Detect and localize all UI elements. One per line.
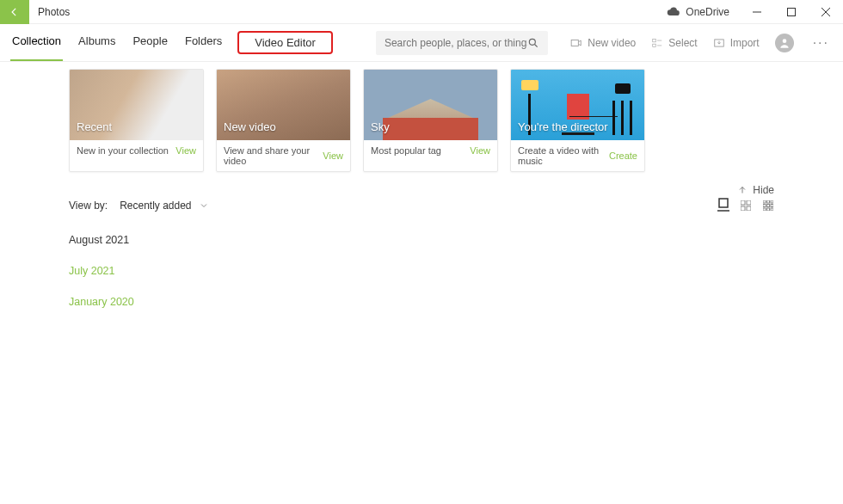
tab-folders[interactable]: Folders: [183, 31, 224, 54]
svg-rect-1: [788, 8, 796, 15]
svg-point-2: [529, 39, 535, 45]
svg-rect-4: [571, 40, 578, 46]
search-icon: [527, 37, 539, 49]
card-footer: New in your collection View: [70, 140, 203, 161]
card-image: Recent: [70, 70, 203, 140]
svg-rect-19: [763, 205, 766, 207]
nav-actions: New video Select Import ···: [570, 34, 833, 52]
chevron-down-icon: [199, 200, 209, 211]
tab-people[interactable]: People: [131, 31, 169, 54]
video-plus-icon: [570, 37, 582, 49]
svg-rect-15: [747, 206, 751, 211]
date-group[interactable]: January 2020: [69, 296, 774, 308]
card-recent[interactable]: Recent New in your collection View: [69, 69, 204, 172]
content-area: Recent New in your collection View New v…: [0, 62, 843, 308]
view-by-dropdown[interactable]: Recently added: [120, 200, 208, 212]
app-title: Photos: [38, 6, 70, 18]
view-by-control: View by: Recently added: [69, 200, 209, 212]
card-action-link[interactable]: View: [470, 145, 490, 156]
card-action-link[interactable]: View: [323, 151, 343, 161]
view-by-label: View by:: [69, 200, 108, 212]
card-action-link[interactable]: View: [175, 145, 196, 156]
more-button[interactable]: ···: [809, 35, 833, 51]
svg-rect-23: [767, 208, 770, 211]
svg-rect-16: [763, 200, 766, 203]
svg-rect-12: [741, 200, 745, 205]
svg-rect-18: [771, 200, 773, 203]
tab-collection[interactable]: Collection: [10, 31, 63, 54]
svg-point-10: [782, 39, 786, 43]
svg-rect-6: [653, 44, 656, 47]
minimize-button[interactable]: [740, 0, 774, 24]
user-avatar[interactable]: [775, 34, 794, 52]
card-subtitle: New in your collection: [77, 145, 169, 156]
date-group[interactable]: August 2021: [69, 234, 774, 246]
window-controls: [740, 0, 843, 24]
ellipsis-icon: ···: [813, 35, 829, 50]
hide-toggle[interactable]: Hide: [737, 184, 774, 196]
maximize-icon: [787, 8, 796, 16]
layout-grid3-button[interactable]: [762, 200, 774, 212]
close-button[interactable]: [809, 0, 843, 24]
grid-2x2-icon: [741, 200, 751, 211]
import-icon: [713, 37, 725, 49]
svg-rect-5: [653, 39, 656, 42]
card-image: Sky: [364, 70, 497, 140]
layout-toggle: [717, 200, 774, 212]
minimize-icon: [753, 8, 761, 16]
card-title: New video: [224, 120, 276, 133]
svg-rect-24: [771, 208, 773, 211]
svg-rect-13: [747, 200, 751, 205]
square-icon: [718, 198, 729, 208]
person-icon: [778, 37, 791, 49]
import-button[interactable]: Import: [713, 37, 760, 49]
card-title: You're the director: [518, 120, 608, 133]
arrow-left-icon: [9, 6, 21, 18]
new-video-button[interactable]: New video: [570, 37, 636, 49]
hide-label: Hide: [753, 184, 774, 196]
select-button[interactable]: Select: [651, 37, 697, 49]
card-sky[interactable]: Sky Most popular tag View: [363, 69, 498, 172]
card-action-link[interactable]: Create: [609, 151, 637, 161]
titlebar: Photos OneDrive: [0, 0, 843, 24]
card-title: Recent: [77, 120, 112, 133]
camera-tripod-icon: [608, 85, 637, 135]
new-video-label: New video: [588, 37, 636, 49]
svg-rect-14: [741, 206, 745, 211]
svg-rect-11: [719, 199, 728, 207]
date-group[interactable]: July 2021: [69, 265, 774, 277]
date-groups: August 2021 July 2021 January 2020: [69, 234, 774, 308]
view-by-selected: Recently added: [120, 200, 191, 212]
card-footer: Create a video with music Create: [511, 140, 644, 171]
search-box[interactable]: [376, 31, 548, 55]
card-subtitle: Most popular tag: [371, 145, 441, 156]
hero-cards: Recent New in your collection View New v…: [69, 69, 774, 172]
card-footer: View and share your video View: [217, 140, 350, 171]
card-subtitle: View and share your video: [224, 145, 323, 166]
card-image: You're the director: [511, 70, 644, 140]
onedrive-label: OneDrive: [686, 6, 729, 18]
svg-rect-21: [771, 205, 773, 207]
nav-tabs: Collection Albums People Folders Video E…: [10, 31, 333, 54]
card-image: New video: [217, 70, 350, 140]
card-subtitle: Create a video with music: [518, 145, 609, 166]
checklist-icon: [651, 37, 663, 49]
svg-rect-17: [767, 200, 770, 203]
search-input[interactable]: [385, 37, 527, 49]
back-button[interactable]: [0, 0, 29, 24]
onedrive-button[interactable]: OneDrive: [667, 5, 729, 19]
maximize-button[interactable]: [774, 0, 809, 24]
card-director[interactable]: You're the director Create a video with …: [510, 69, 645, 172]
svg-rect-20: [767, 205, 770, 207]
layout-grid2-button[interactable]: [740, 200, 752, 212]
arrow-up-icon: [737, 185, 748, 195]
grid-3x3-icon: [763, 200, 773, 211]
layout-single-button[interactable]: [717, 200, 729, 212]
card-new-video[interactable]: New video View and share your video View: [216, 69, 351, 172]
select-label: Select: [668, 37, 697, 49]
tab-albums[interactable]: Albums: [77, 31, 117, 54]
svg-line-3: [535, 44, 538, 46]
svg-rect-22: [763, 208, 766, 211]
card-footer: Most popular tag View: [364, 140, 497, 161]
tab-video-editor[interactable]: Video Editor: [237, 31, 333, 54]
